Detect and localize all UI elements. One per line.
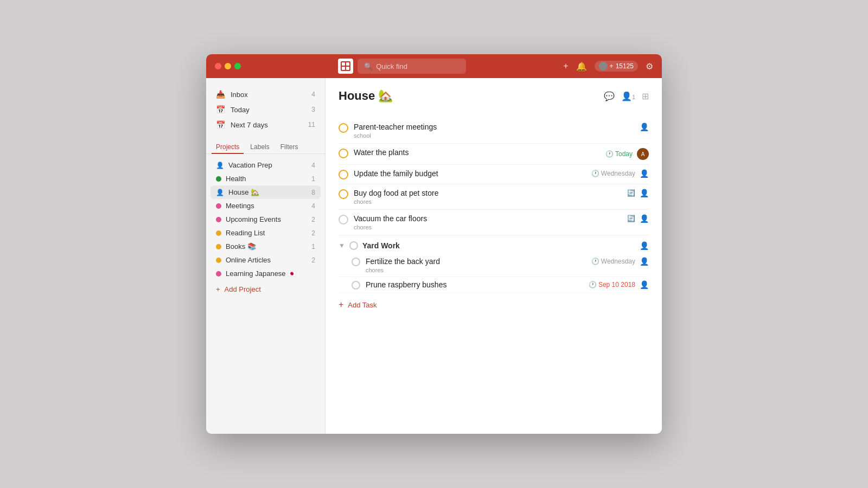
project-vacation-prep[interactable]: 👤 Vacation Prep 4	[210, 158, 321, 172]
header-actions: 💬 👤1 ⊞	[604, 91, 649, 101]
add-project-label: Add Project	[225, 285, 261, 293]
task-item: Water the plants 🕐 Today A	[339, 144, 649, 165]
inbox-icon: 📥	[216, 90, 225, 99]
project-learning-japanese[interactable]: Learning Japanese 🇯🇵	[210, 267, 321, 280]
member-count: 1	[632, 94, 635, 100]
repeat-icon[interactable]: 🔄	[627, 189, 635, 197]
assign-icon[interactable]: 👤	[640, 280, 649, 289]
tab-filters[interactable]: Filters	[276, 141, 303, 154]
search-icon: 🔍	[364, 62, 373, 70]
karma-badge[interactable]: + 15125	[595, 61, 638, 72]
sidebar-tabs: Projects Labels Filters	[206, 141, 325, 154]
task-checkbox[interactable]	[339, 149, 348, 158]
search-bar[interactable]: 🔍 Quick find	[358, 59, 466, 74]
task-item: Parent-teacher meetings school 👤	[339, 118, 649, 144]
task-checkbox[interactable]	[352, 281, 360, 290]
collapse-icon[interactable]: ▼	[339, 242, 345, 249]
assign-icon[interactable]: 👤	[640, 123, 649, 131]
project-label: Health	[226, 175, 246, 183]
project-dot	[216, 244, 221, 249]
project-count: 1	[311, 243, 315, 251]
clock-icon: 🕐	[605, 150, 614, 158]
sidebar-item-today[interactable]: 📅 Today 3	[210, 102, 321, 117]
task-checkbox[interactable]	[339, 215, 348, 224]
karma-value: +	[610, 62, 614, 70]
task-checkbox[interactable]	[339, 189, 348, 199]
repeat-icon[interactable]: 🔄	[627, 215, 635, 222]
task-date: 🕐 Sep 10 2018	[589, 281, 635, 288]
add-project-button[interactable]: + Add Project	[210, 282, 321, 296]
project-reading-list[interactable]: Reading List 2	[210, 226, 321, 240]
project-online-articles[interactable]: Online Articles 2	[210, 253, 321, 267]
task-meta: 🕐 Wednesday 👤	[591, 169, 649, 178]
titlebar-center: 🔍 Quick find	[241, 59, 563, 74]
tab-labels[interactable]: Labels	[246, 141, 273, 154]
project-count: 2	[311, 216, 315, 223]
project-count: 1	[311, 175, 315, 183]
members-button[interactable]: 👤1	[621, 91, 635, 101]
project-label: Upcoming Events	[226, 215, 281, 223]
project-house[interactable]: 👤 House 🏡 8	[210, 185, 321, 199]
task-title: Parent-teacher meetings	[354, 123, 634, 131]
app-window: 🔍 Quick find + 🔔 + 15125 ⚙ 📥 Inbox 4	[206, 54, 662, 434]
sidebar-nav: 📥 Inbox 4 📅 Today 3 📅 Next 7 days 11	[206, 87, 325, 132]
tab-projects[interactable]: Projects	[212, 141, 244, 154]
project-health[interactable]: Health 1	[210, 172, 321, 185]
task-content: Fertilize the back yard chores	[366, 257, 586, 273]
assign-icon[interactable]: 👤	[640, 257, 649, 266]
project-dot	[216, 203, 221, 209]
task-meta: 🔄 👤	[627, 214, 649, 223]
project-meetings[interactable]: Meetings 4	[210, 199, 321, 213]
section-checkbox[interactable]	[349, 241, 358, 250]
clock-icon: 🕐	[591, 170, 599, 177]
project-count: 4	[311, 162, 315, 169]
project-label: Books 📚	[226, 242, 256, 251]
add-task-label: Add Task	[348, 301, 376, 309]
clock-icon: 🕐	[591, 258, 599, 265]
assign-icon[interactable]: 👤	[640, 214, 649, 223]
assign-icon[interactable]: 👤	[640, 169, 649, 178]
add-task-button[interactable]: + Add Task	[339, 293, 649, 316]
notification-button[interactable]: 🔔	[576, 61, 587, 72]
task-subtitle: chores	[354, 224, 622, 230]
task-title: Prune raspberry bushes	[366, 280, 583, 289]
project-count: 8	[311, 189, 315, 196]
sidebar-item-next7days[interactable]: 📅 Next 7 days 11	[210, 117, 321, 132]
task-content: Water the plants	[354, 148, 600, 157]
today-icon: 📅	[216, 105, 225, 114]
comment-icon[interactable]: 💬	[604, 91, 615, 101]
page-title: House 🏡	[339, 89, 604, 103]
task-subtitle: chores	[354, 198, 622, 205]
next7days-count: 11	[308, 121, 315, 129]
search-placeholder: Quick find	[376, 62, 407, 70]
project-upcoming-events[interactable]: Upcoming Events 2	[210, 213, 321, 226]
close-button[interactable]	[215, 63, 221, 69]
settings-button[interactable]: ⚙	[646, 61, 653, 72]
inbox-label: Inbox	[231, 91, 248, 99]
task-content: Parent-teacher meetings school	[354, 123, 634, 139]
inbox-count: 4	[311, 91, 315, 98]
minimize-button[interactable]	[225, 63, 231, 69]
task-checkbox[interactable]	[352, 258, 360, 266]
assign-icon[interactable]: 👤	[640, 189, 649, 197]
task-meta: 🔄 👤	[627, 189, 649, 197]
karma-avatar	[599, 62, 608, 70]
task-checkbox[interactable]	[339, 170, 348, 179]
add-button[interactable]: +	[563, 61, 568, 71]
maximize-button[interactable]	[234, 63, 241, 69]
assign-icon[interactable]: 👤	[640, 241, 649, 250]
task-content: Update the family budget	[354, 169, 586, 178]
clock-icon: 🕐	[589, 281, 597, 288]
titlebar: 🔍 Quick find + 🔔 + 15125 ⚙	[206, 54, 662, 78]
app-logo	[338, 59, 353, 74]
task-item: Buy dog food at pet store chores 🔄 👤	[339, 184, 649, 210]
task-content: Buy dog food at pet store chores	[354, 189, 622, 205]
task-date: 🕐 Wednesday	[591, 258, 635, 265]
sidebar-item-inbox[interactable]: 📥 Inbox 4	[210, 87, 321, 102]
task-subtitle: school	[354, 132, 634, 139]
project-books[interactable]: Books 📚 1	[210, 240, 321, 253]
task-title: Update the family budget	[354, 169, 586, 178]
project-dot	[216, 176, 221, 182]
task-checkbox[interactable]	[339, 123, 348, 133]
layout-icon[interactable]: ⊞	[642, 91, 649, 101]
